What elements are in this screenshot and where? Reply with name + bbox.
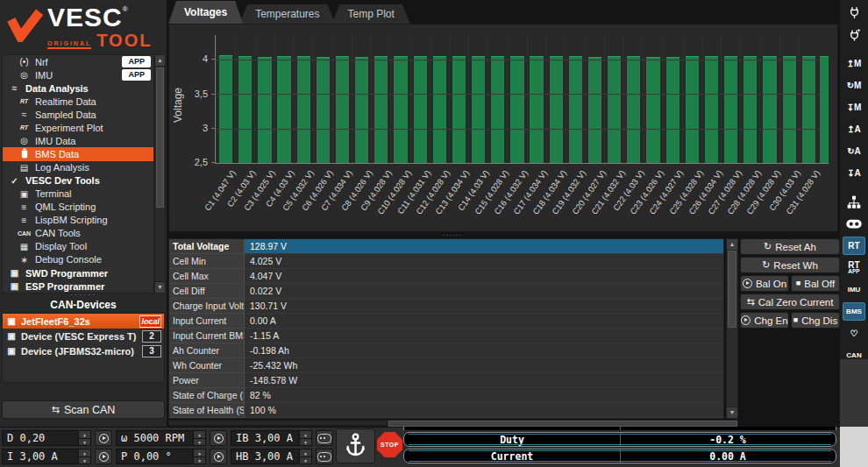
current-setpoint-input[interactable]: I 3,00 A▲▼ bbox=[2, 449, 91, 464]
spin-down-icon[interactable]: ▼ bbox=[194, 438, 205, 446]
sidebar-item-lispbm-scripting[interactable]: ≡LispBM Scripting bbox=[3, 214, 153, 227]
imu-page-icon[interactable]: IMU bbox=[843, 280, 865, 299]
duty-setpoint-input[interactable]: D 0,20▲▼ bbox=[2, 430, 91, 446]
sidebar-item-terminal[interactable]: ▣Terminal bbox=[3, 188, 153, 201]
tab-temperatures[interactable]: Temperatures bbox=[239, 4, 335, 24]
spin-up-icon[interactable]: ▲ bbox=[194, 449, 205, 456]
bms-page-icon[interactable]: BMS bbox=[843, 302, 865, 321]
sidebar-item-sampled-data[interactable]: ≈Sampled Data bbox=[3, 108, 153, 121]
scrollbar-thumb[interactable] bbox=[388, 421, 737, 427]
bal-off-button[interactable]: ■Bal Off bbox=[791, 275, 840, 292]
scan-can-button[interactable]: ⇆ Scan CAN bbox=[2, 400, 165, 419]
spinner-arrows[interactable]: ▲▼ bbox=[78, 431, 90, 445]
sidebar-item-log-analysis[interactable]: ▤Log Analysis bbox=[3, 161, 153, 174]
sidebar-item-debug-console[interactable]: ∗Debug Console bbox=[3, 253, 153, 266]
sidebar-item-bms-data[interactable]: BMS Data bbox=[3, 147, 153, 160]
read-motor-config-icon[interactable]: ↧M bbox=[843, 98, 865, 117]
gamepad-icon[interactable] bbox=[843, 215, 865, 233]
position-setpoint-play-button[interactable] bbox=[210, 449, 227, 464]
sidebar-item-vesc-dev-tools[interactable]: ✓VESC Dev Tools bbox=[3, 174, 153, 188]
spinner-arrows[interactable]: ▲▼ bbox=[299, 449, 311, 463]
anchor-button[interactable] bbox=[336, 428, 375, 463]
spinner-arrows[interactable]: ▲▼ bbox=[193, 449, 205, 463]
table-row-power[interactable]: Power-148.578 W bbox=[169, 373, 723, 388]
disconnect-icon[interactable] bbox=[843, 25, 865, 44]
scroll-up-icon[interactable]: ▲ bbox=[727, 239, 737, 251]
connect-icon[interactable] bbox=[843, 4, 865, 22]
current-brake-setpoint-input[interactable]: IB 3,00 A▲▼ bbox=[231, 430, 312, 446]
current-setpoint-play-button[interactable] bbox=[95, 449, 112, 464]
can-device-device-jfbms32-micro[interactable]: ▣Device (JFBMS32-micro)3 bbox=[3, 343, 164, 358]
scroll-up-icon[interactable]: ▲ bbox=[155, 55, 165, 67]
reset-ah-button[interactable]: ↻Reset Ah bbox=[740, 238, 840, 255]
sidebar-item-display-tool[interactable]: ▦Display Tool bbox=[3, 240, 153, 253]
spin-down-icon[interactable]: ▼ bbox=[300, 456, 311, 464]
table-row-cell-diff[interactable]: Cell Diff0.022 V bbox=[169, 284, 723, 299]
table-row-cell-min[interactable]: Cell Min4.025 V bbox=[169, 254, 723, 269]
chg-en-button[interactable]: Chg En bbox=[740, 312, 789, 329]
table-row-charge-input-voltage[interactable]: Charge Input Voltage130.71 V bbox=[169, 299, 723, 314]
spinner-arrows[interactable]: ▲▼ bbox=[78, 449, 90, 463]
spinner-arrows[interactable]: ▲▼ bbox=[299, 431, 311, 445]
spin-down-icon[interactable]: ▼ bbox=[194, 456, 205, 464]
sidebar-scrollbar[interactable]: ▲ ▼ bbox=[154, 54, 166, 294]
speed-setpoint-input[interactable]: ω 5000 RPM▲▼ bbox=[116, 430, 206, 446]
spin-up-icon[interactable]: ▲ bbox=[79, 431, 90, 438]
spin-down-icon[interactable]: ▼ bbox=[300, 438, 311, 446]
sidebar-item-imu-data[interactable]: ◎IMU Data bbox=[3, 134, 153, 147]
table-row-cell-max[interactable]: Cell Max4.047 V bbox=[169, 269, 723, 284]
reset-wh-button[interactable]: ↻Reset Wh bbox=[740, 257, 840, 273]
tab-voltages[interactable]: Voltages bbox=[168, 1, 243, 24]
speed-setpoint-play-button[interactable] bbox=[210, 430, 227, 446]
table-row-state-of-charge-soc[interactable]: State of Charge (SoC)82 % bbox=[169, 388, 723, 403]
reload-motor-config-icon[interactable]: ↻M bbox=[843, 76, 865, 95]
spinner-arrows[interactable]: ▲▼ bbox=[193, 431, 205, 445]
position-setpoint-input[interactable]: P 0,00 °▲▼ bbox=[116, 449, 206, 464]
spin-up-icon[interactable]: ▲ bbox=[300, 431, 311, 438]
chg-dis-button[interactable]: ■Chg Dis bbox=[791, 312, 840, 329]
keyboard-control-button[interactable] bbox=[316, 430, 333, 446]
chart-table-splitter-handle[interactable]: ······ bbox=[168, 232, 736, 238]
scrollbar-thumb[interactable] bbox=[728, 251, 736, 328]
rt-data-icon[interactable]: RT bbox=[843, 237, 865, 255]
write-app-config-icon[interactable]: ↥A bbox=[843, 120, 865, 138]
table-row-wh-counter[interactable]: Wh Counter-25.432 Wh bbox=[169, 358, 723, 373]
spin-down-icon[interactable]: ▼ bbox=[79, 456, 90, 464]
cal-zero-current-button[interactable]: ⇆Cal Zero Current bbox=[740, 294, 840, 310]
heart-icon[interactable]: ♡ bbox=[843, 324, 865, 343]
sidebar-item-nrf[interactable]: (•)NrfAPP bbox=[3, 55, 153, 68]
spin-down-icon[interactable]: ▼ bbox=[79, 438, 90, 446]
handbrake-setpoint-input[interactable]: HB 3,00 A▲▼ bbox=[231, 449, 312, 464]
sidebar-item-qml-scripting[interactable]: ≡QML Scripting bbox=[3, 201, 153, 214]
reload-app-config-icon[interactable]: ↻A bbox=[843, 142, 865, 160]
spin-up-icon[interactable]: ▲ bbox=[300, 449, 311, 456]
table-row-ah-counter[interactable]: Ah Counter-0.198 Ah bbox=[169, 343, 723, 358]
table-horizontal-scrollbar[interactable] bbox=[168, 420, 738, 426]
sidebar-item-experiment-plot[interactable]: RTExperiment Plot bbox=[3, 121, 153, 134]
table-row-input-current-bms-ic[interactable]: Input Current BMS IC-1.15 A bbox=[169, 329, 723, 343]
table-row-input-current[interactable]: Input Current0.00 A bbox=[169, 314, 723, 329]
table-row-total-voltage[interactable]: Total Voltage128.97 V bbox=[169, 239, 723, 254]
bal-on-button[interactable]: Bal On bbox=[740, 275, 789, 292]
duty-setpoint-play-button[interactable] bbox=[95, 430, 112, 446]
can-device-device-vesc-express-t[interactable]: ▣Device (VESC Express T)2 bbox=[3, 329, 164, 343]
sidebar-item-data-analysis[interactable]: ≈Data Analysis bbox=[3, 81, 153, 95]
sidebar-splitter-handle[interactable]: ······ bbox=[0, 291, 167, 299]
sidebar-item-swd-programmer[interactable]: ▣SWD Programmer bbox=[3, 266, 153, 279]
write-motor-config-icon[interactable]: ↥M bbox=[843, 54, 865, 73]
rt-app-icon[interactable]: RTAPP bbox=[843, 258, 865, 277]
table-row-state-of-health-soh[interactable]: State of Health (SoH)100 % bbox=[169, 403, 723, 418]
sidebar-item-can-tools[interactable]: CANCAN Tools bbox=[3, 227, 153, 240]
spin-up-icon[interactable]: ▲ bbox=[79, 449, 90, 456]
can-network-icon[interactable] bbox=[843, 193, 865, 211]
read-app-config-icon[interactable]: ↧A bbox=[843, 164, 865, 182]
can-device-jetfleetf6-32s[interactable]: ▣JetFleetF6_32slocal bbox=[3, 314, 164, 329]
scroll-down-icon[interactable]: ▼ bbox=[727, 407, 737, 418]
tab-temp-plot[interactable]: Temp Plot bbox=[332, 4, 410, 24]
keyboard-control-button[interactable] bbox=[316, 449, 333, 464]
scrollbar-thumb[interactable] bbox=[156, 67, 164, 208]
sidebar-item-imu[interactable]: ◎IMUAPP bbox=[3, 68, 153, 81]
spin-up-icon[interactable]: ▲ bbox=[194, 431, 205, 438]
sidebar-item-realtime-data[interactable]: RTRealtime Data bbox=[3, 95, 153, 108]
table-scrollbar[interactable]: ▲ ▼ bbox=[726, 238, 738, 419]
